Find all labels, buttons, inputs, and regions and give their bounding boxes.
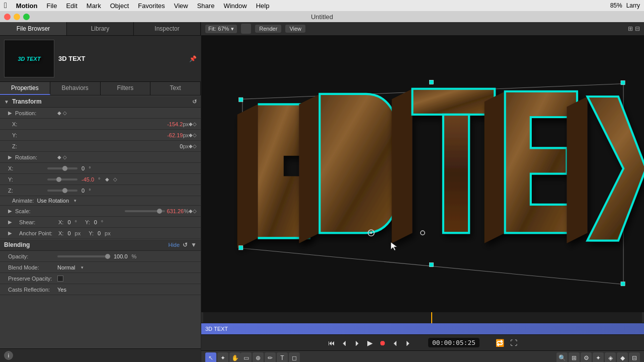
play-button[interactable]: ▶ — [365, 338, 375, 348]
aspect-icon[interactable]: ⊟ — [635, 25, 640, 32]
scale-collapse-arrow[interactable]: ▶ — [8, 208, 12, 214]
pen-tool[interactable]: ✏ — [265, 352, 276, 363]
tab-properties[interactable]: Properties — [0, 82, 50, 95]
blending-collapse-icon[interactable]: ▼ — [191, 241, 197, 248]
anchor-collapse-arrow[interactable]: ▶ — [8, 230, 12, 236]
rotation-prev-keyframe[interactable]: ◆ — [57, 154, 61, 160]
file-menu[interactable]: File — [42, 0, 61, 11]
help-menu[interactable]: Help — [252, 0, 274, 11]
step-back-button[interactable]: ⏴ — [339, 338, 350, 348]
rotation-y-value[interactable]: -45.0 — [82, 176, 94, 183]
blending-hide-button[interactable]: Hide — [168, 242, 180, 248]
rotation-x-slider[interactable] — [47, 167, 77, 169]
blend-mode-dropdown-icon[interactable]: ▾ — [81, 265, 84, 270]
apple-menu[interactable]:  — [4, 1, 7, 10]
rotation-collapse-arrow[interactable]: ▶ — [8, 154, 12, 160]
opacity-slider[interactable] — [57, 255, 108, 257]
pan-tool[interactable]: ✋ — [229, 352, 240, 363]
text-tool[interactable]: T — [277, 352, 288, 363]
shear-x-value[interactable]: 0 — [67, 219, 70, 225]
select-tool[interactable]: ↖ — [205, 352, 216, 363]
fit-control[interactable]: Fit: 67% ▾ — [205, 25, 237, 33]
timecode-display[interactable]: 00:00:05:25 — [428, 338, 479, 347]
rotation-diamond[interactable]: ◇ — [63, 154, 67, 160]
position-diamond[interactable]: ◇ — [63, 110, 67, 116]
favorites-menu[interactable]: Favorites — [134, 0, 169, 11]
rotation-y-slider[interactable] — [47, 178, 77, 180]
scale-prev[interactable]: ◆ — [189, 208, 193, 214]
motion-icon[interactable]: ◈ — [605, 352, 616, 363]
timeline-ruler[interactable] — [203, 312, 642, 323]
mark-menu[interactable]: Mark — [83, 0, 105, 11]
rectangle-tool[interactable]: ▭ — [240, 352, 252, 363]
position-prev-keyframe[interactable]: ◆ — [57, 110, 61, 116]
rot-y-next[interactable]: ◇ — [113, 176, 117, 182]
shape-tool[interactable]: ◻ — [289, 352, 300, 363]
blend-mode-value[interactable]: Normal — [57, 264, 75, 270]
pos-z-prev[interactable]: ◆ — [189, 143, 193, 149]
timeline-bar[interactable]: 3D TEXT — [201, 323, 644, 334]
preserve-opacity-checkbox[interactable] — [57, 276, 63, 282]
edit-menu[interactable]: Edit — [62, 0, 81, 11]
scale-value[interactable]: 631.26 — [167, 208, 184, 214]
transform-collapse-arrow[interactable]: ▼ — [4, 99, 9, 105]
record-button[interactable]: ⏺ — [377, 338, 388, 348]
rotation-y-thumb[interactable] — [56, 177, 61, 182]
object-menu[interactable]: Object — [106, 0, 133, 11]
tab-filters[interactable]: Filters — [101, 82, 151, 95]
color-swatch[interactable] — [241, 24, 251, 34]
scale-next[interactable]: ◇ — [193, 208, 197, 214]
fit-dropdown-icon[interactable]: ▾ — [231, 26, 234, 32]
playhead[interactable] — [431, 312, 432, 323]
rotation-z-thumb[interactable] — [62, 188, 67, 193]
rotation-x-value[interactable]: 0 — [82, 165, 85, 171]
tab-file-browser[interactable]: File Browser — [0, 22, 67, 35]
pos-z-next[interactable]: ◇ — [193, 143, 197, 149]
render-button[interactable]: Render — [255, 25, 281, 33]
loop-button[interactable]: 🔁 — [494, 338, 506, 348]
keyframe-icon[interactable]: ◆ — [617, 352, 628, 363]
view-menu[interactable]: View — [170, 0, 192, 11]
tab-inspector[interactable]: Inspector — [134, 22, 201, 35]
transform-reset-button[interactable]: ↺ — [192, 99, 197, 105]
rot-y-prev[interactable]: ◆ — [105, 176, 109, 182]
window-menu[interactable]: Window — [219, 0, 251, 11]
go-to-start-button[interactable]: ⏮ — [326, 338, 337, 348]
shear-y-value[interactable]: 0 — [94, 219, 97, 225]
position-y-value[interactable]: -62.19 — [167, 132, 183, 138]
animate-dropdown-icon[interactable]: ▾ — [74, 198, 76, 203]
grid-icon[interactable]: ⊞ — [628, 25, 633, 32]
pin-button[interactable]: 📌 — [189, 55, 197, 62]
scale-thumb[interactable] — [157, 209, 162, 214]
tab-behaviors[interactable]: Behaviors — [50, 82, 101, 95]
step-forward-button[interactable]: ⏵ — [352, 338, 363, 348]
transform-tool[interactable]: ✦ — [217, 352, 228, 363]
pos-y-prev[interactable]: ◆ — [189, 132, 193, 138]
minimize-button[interactable] — [14, 14, 20, 20]
layout-icon[interactable]: ⊞ — [569, 352, 580, 363]
blending-reset-button[interactable]: ↺ — [183, 241, 188, 248]
shear-collapse-arrow[interactable]: ▶ — [8, 219, 12, 225]
opacity-thumb[interactable] — [105, 254, 110, 259]
info-button[interactable]: i — [4, 351, 13, 360]
settings-icon[interactable]: ⚙ — [581, 352, 592, 363]
scale-slider[interactable] — [125, 210, 165, 212]
tab-text[interactable]: Text — [150, 82, 201, 95]
animate-value[interactable]: Use Rotation — [37, 198, 69, 204]
opacity-value[interactable]: 100.0 — [114, 253, 128, 259]
prev-frame-button[interactable]: ⏴ — [390, 338, 401, 348]
share-menu[interactable]: Share — [193, 0, 219, 11]
rotation-z-value[interactable]: 0 — [82, 188, 85, 194]
grid-view-icon[interactable]: ⊟ — [629, 352, 640, 363]
mask-tool[interactable]: ⊕ — [253, 352, 264, 363]
rotation-x-thumb[interactable] — [62, 166, 67, 171]
position-x-value[interactable]: -154.2 — [167, 121, 183, 127]
zoom-in-icon[interactable]: 🔍 — [556, 352, 568, 363]
app-name[interactable]: Motion — [12, 0, 42, 11]
position-collapse-arrow[interactable]: ▶ — [8, 110, 12, 116]
tab-library[interactable]: Library — [67, 22, 134, 35]
rotation-z-slider[interactable] — [47, 190, 77, 192]
effects-icon[interactable]: ✦ — [593, 352, 604, 363]
blending-label[interactable]: Blending — [4, 241, 168, 248]
maximize-button[interactable] — [23, 14, 30, 20]
